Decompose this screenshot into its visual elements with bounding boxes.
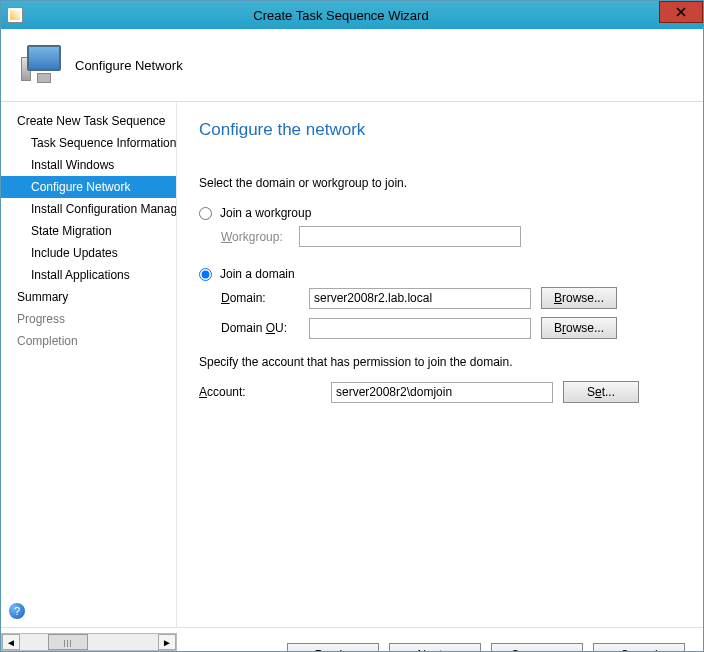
domain-browse-button[interactable]: Browse... — [541, 287, 617, 309]
scroll-left-arrow-icon[interactable]: ◄ — [2, 634, 20, 650]
domain-field-label: Domain: — [199, 291, 299, 305]
titlebar: Create Task Sequence Wizard — [1, 1, 703, 29]
join-domain-label: Join a domain — [220, 267, 295, 281]
sidebar-step[interactable]: Progress — [1, 308, 176, 330]
domain-ou-browse-button[interactable]: Browse... — [541, 317, 617, 339]
next-button[interactable]: Next > — [389, 643, 481, 652]
workgroup-field-label: Workgroup: — [199, 230, 299, 244]
account-set-button[interactable]: Set... — [563, 381, 639, 403]
account-field-label: Account: — [199, 385, 321, 399]
join-domain-radio[interactable] — [199, 268, 212, 281]
scroll-right-arrow-icon[interactable]: ► — [158, 634, 176, 650]
app-icon — [7, 7, 23, 23]
main-area: Create New Task SequenceTask Sequence In… — [1, 102, 703, 628]
domain-ou-field-label: Domain OU: — [199, 321, 299, 335]
account-input — [331, 382, 553, 403]
page-heading: Configure the network — [199, 120, 681, 140]
sidebar-step[interactable]: Summary — [1, 286, 176, 308]
computer-icon — [21, 43, 65, 87]
sidebar-step[interactable]: Install Windows — [1, 154, 176, 176]
intro-text: Select the domain or workgroup to join. — [199, 176, 681, 190]
sidebar-step[interactable]: Configure Network — [1, 176, 176, 198]
join-workgroup-label: Join a workgroup — [220, 206, 311, 220]
workgroup-input — [299, 226, 521, 247]
sidebar-step[interactable]: Install Configuration Manager — [1, 198, 176, 220]
window-title: Create Task Sequence Wizard — [23, 8, 703, 23]
scroll-track[interactable] — [20, 634, 158, 650]
scroll-thumb[interactable] — [48, 634, 88, 650]
wizard-content: Configure the network Select the domain … — [177, 102, 703, 627]
sidebar-step[interactable]: Create New Task Sequence — [1, 110, 176, 132]
previous-button[interactable]: < Previous — [287, 643, 379, 652]
close-button[interactable] — [659, 1, 703, 23]
domain-ou-input[interactable] — [309, 318, 531, 339]
domain-input[interactable] — [309, 288, 531, 309]
sidebar-step[interactable]: Completion — [1, 330, 176, 352]
wizard-header: Configure Network — [1, 29, 703, 102]
sidebar-step[interactable]: State Migration — [1, 220, 176, 242]
wizard-step-title: Configure Network — [75, 58, 183, 73]
join-workgroup-radio[interactable] — [199, 207, 212, 220]
permission-note: Specify the account that has permission … — [199, 355, 681, 369]
help-icon[interactable]: ? — [9, 603, 25, 619]
wizard-steps-sidebar: Create New Task SequenceTask Sequence In… — [1, 102, 177, 627]
cancel-button[interactable]: Cancel — [593, 643, 685, 652]
close-icon — [676, 7, 686, 17]
sidebar-step[interactable]: Include Updates — [1, 242, 176, 264]
summary-button[interactable]: Summary — [491, 643, 583, 652]
sidebar-step[interactable]: Task Sequence Information — [1, 132, 176, 154]
sidebar-hscrollbar[interactable]: ◄ ► — [1, 633, 177, 651]
sidebar-step[interactable]: Install Applications — [1, 264, 176, 286]
